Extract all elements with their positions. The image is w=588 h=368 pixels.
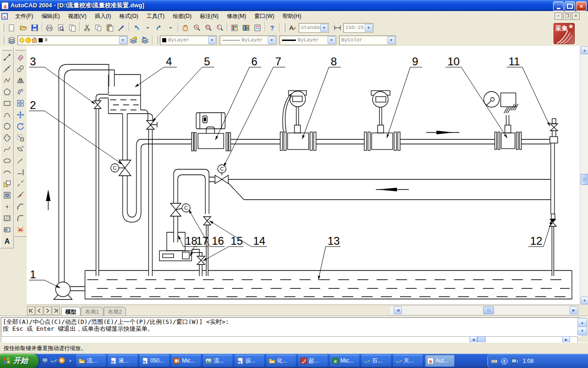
toolbar-grip[interactable] [2, 48, 12, 51]
layers-button[interactable] [6, 34, 17, 46]
kbd-icon[interactable] [491, 357, 498, 365]
draw-button-region[interactable] [1, 224, 13, 236]
menu-item-文件f[interactable]: 文件(F) [11, 12, 37, 21]
toolbar-button-new[interactable] [6, 22, 17, 34]
toolbar-button-open[interactable] [17, 22, 29, 34]
menu-item-编辑e[interactable]: 编辑(E) [37, 12, 64, 21]
taskbar-button-ie[interactable]: e 百... [362, 355, 391, 367]
chevron-down-icon[interactable]: ▼ [365, 24, 373, 32]
draw-button-arc[interactable] [1, 109, 13, 121]
drawing-canvas[interactable]: C C C [27, 46, 580, 305]
doc-restore-button[interactable]: ❐ [563, 12, 571, 20]
taskbar-button-ppt[interactable]: Mic... [171, 355, 201, 367]
toolbar-button-help[interactable]: ? [266, 22, 278, 34]
taskbar-button-ie[interactable]: e 天... [393, 355, 423, 367]
modify-button-explode[interactable] [15, 224, 26, 236]
draw-button-polygon[interactable] [1, 86, 13, 98]
color-combo[interactable]: ByLayer ▼ [160, 35, 217, 45]
chevron-down-icon[interactable]: ▼ [268, 36, 276, 44]
tab-model[interactable]: 模型 [61, 307, 80, 316]
toolbar-button-zoom[interactable] [191, 22, 203, 34]
toolbar-grip[interactable] [2, 23, 4, 32]
chevron-down-icon[interactable]: ▼ [320, 24, 328, 32]
capture-tool-logo[interactable]: 采集 ★ [554, 23, 575, 44]
vertical-scroll-thumb[interactable] [581, 174, 588, 185]
modify-button-break[interactable] [15, 178, 26, 190]
chevron-down-icon[interactable]: ▼ [328, 36, 335, 44]
menu-item-视图v[interactable]: 视图(V) [64, 12, 90, 21]
draw-button-xline[interactable] [1, 63, 13, 75]
vertical-scrollbar[interactable]: ▲ ▼ [580, 46, 588, 305]
modify-button-chamfer[interactable] [15, 201, 26, 213]
toolbar-grip[interactable] [283, 23, 285, 32]
draw-button-pline[interactable] [1, 75, 13, 86]
modify-button-mirror[interactable] [15, 75, 26, 86]
draw-button-text[interactable]: A [1, 236, 13, 247]
modify-button-rotate[interactable] [15, 121, 26, 132]
toolbar-button-redo[interactable] [153, 22, 165, 34]
toolbar-button-matchprop[interactable] [116, 22, 127, 34]
toolbar-button-props[interactable] [229, 22, 240, 34]
toolbar-button-save[interactable] [29, 22, 40, 34]
chevron-down-icon[interactable]: ▼ [208, 36, 216, 44]
draw-button-revcloud[interactable] [1, 132, 13, 144]
linetype-combo[interactable]: ByLayer ▼ [220, 35, 277, 45]
draw-button-hatch[interactable] [1, 213, 13, 224]
toolbar-button-zoomprev[interactable] [214, 22, 226, 34]
toolbar-button-dc[interactable] [240, 22, 252, 34]
taskbar-button-word[interactable]: W 液... [108, 355, 137, 367]
taskbar-button-folder[interactable]: 化... [266, 355, 296, 367]
scroll-left-button[interactable]: ◀ [394, 306, 402, 314]
text-style-button[interactable]: A [287, 22, 299, 34]
scroll-right-button[interactable]: ▶ [570, 306, 578, 314]
toolbar-grip[interactable] [16, 48, 25, 51]
close-button[interactable]: × [576, 1, 587, 11]
draw-button-ellipsearc[interactable] [1, 167, 13, 178]
taskbar-button-acad[interactable]: a Aut... [425, 355, 454, 367]
draw-button-rectangle[interactable] [1, 98, 13, 109]
draw-button-spline[interactable] [1, 144, 13, 155]
toolbar-button-copy[interactable] [93, 22, 104, 34]
prev-tab-button[interactable] [35, 306, 43, 315]
text-style-combo[interactable]: Standard ▼ [299, 23, 329, 33]
cmd-scroll-down-button[interactable]: ▼ [577, 327, 587, 335]
modify-button-erase[interactable] [15, 52, 26, 63]
taskbar-button-image[interactable]: 流... [203, 355, 232, 367]
start-button[interactable]: 开始 [0, 354, 39, 368]
next-tab-button[interactable] [44, 306, 51, 315]
modify-button-scale[interactable] [15, 132, 26, 144]
command-history[interactable]: [全部(A)/中心点(C)/动态(D)/范围(E)/上一个(P)/比例(S)/窗… [1, 317, 581, 337]
ie-icon[interactable]: e [50, 356, 58, 365]
draw-button-point[interactable] [1, 201, 13, 213]
draw-button-makeblock[interactable] [1, 190, 13, 201]
chevleft-icon[interactable] [501, 357, 508, 365]
scroll-up-button[interactable]: ▲ [581, 46, 588, 54]
modify-button-fillet[interactable] [15, 213, 26, 224]
toolbar-button-preview[interactable] [55, 22, 67, 34]
toolbar-button-dd[interactable] [165, 22, 176, 34]
modify-button-array[interactable] [15, 98, 26, 109]
toolbar-button-publish[interactable] [67, 22, 78, 34]
cmd-scroll-up-button[interactable]: ▲ [577, 318, 587, 327]
draw-button-line[interactable] [1, 52, 13, 63]
menu-item-格式o[interactable]: 格式(O) [115, 12, 142, 21]
doc-close-button[interactable]: × [572, 12, 580, 20]
toolbar-button-dd[interactable] [142, 22, 153, 34]
menu-item-修改m[interactable]: 修改(M) [223, 12, 250, 21]
first-tab-button[interactable] [27, 306, 35, 315]
horizontal-scrollbar[interactable]: ◀ ▶ [389, 305, 579, 315]
last-tab-button[interactable] [52, 306, 60, 315]
toolbar-button-plot[interactable] [44, 22, 55, 34]
taskbar-button-excel[interactable]: X Mic... [330, 355, 359, 367]
modify-button-move[interactable] [15, 109, 26, 121]
toolbar-button-paste[interactable] [104, 22, 116, 34]
chevron-right-icon[interactable]: » [69, 358, 72, 363]
minimize-button[interactable] [553, 1, 564, 11]
menu-item-窗口w[interactable]: 窗口(W) [250, 12, 278, 21]
tab-layout2[interactable]: 布局2 [104, 307, 126, 316]
modify-button-trim[interactable] [15, 155, 26, 167]
draw-button-insertblock[interactable] [1, 178, 13, 190]
toolbar-button-tp[interactable] [252, 22, 263, 34]
modify-button-copyobj[interactable] [15, 63, 26, 75]
menu-item-插入i[interactable]: 插入(I) [90, 12, 115, 21]
